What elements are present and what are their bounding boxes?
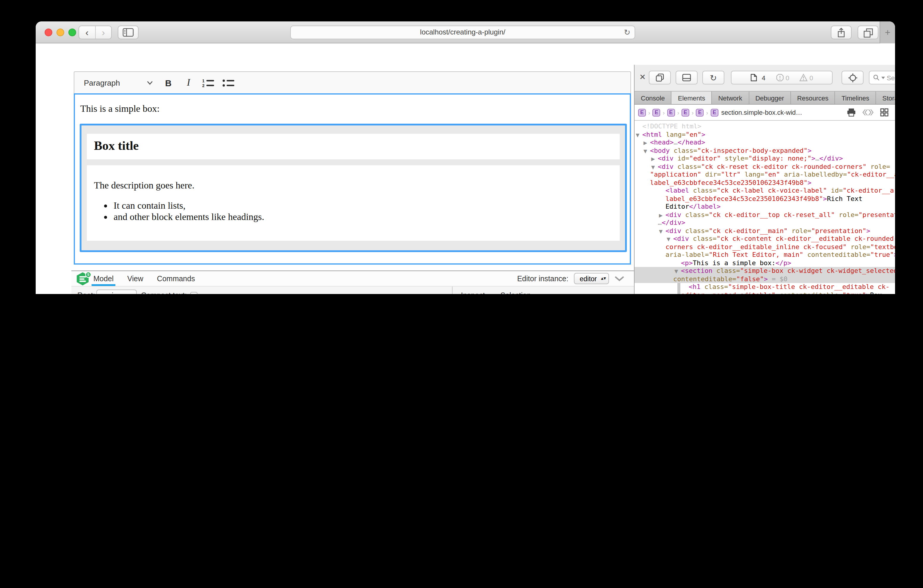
devtools-tab-debugger[interactable]: Debugger xyxy=(749,92,791,104)
issues-summary[interactable]: 4 0 xyxy=(731,71,833,84)
dom-tree-line[interactable]: aria-label="Rich Text Editor, main" cont… xyxy=(635,251,895,259)
chevron-down-icon[interactable] xyxy=(147,81,153,85)
dom-tree-line[interactable]: <h1 class="simple-box-title ck-editor__e… xyxy=(635,283,895,291)
dom-tree-line[interactable]: ▼<html lang="en"> xyxy=(635,130,895,138)
editor-instance-select[interactable]: editor ▲▼ xyxy=(574,273,609,284)
simple-box-widget[interactable]: Box title The description goes here. It … xyxy=(80,124,627,252)
dock-bottom-button[interactable] xyxy=(676,71,698,84)
intro-paragraph[interactable]: This is a simple box: xyxy=(80,103,630,114)
tab-inspect[interactable]: Inspect xyxy=(461,287,485,294)
code-token: Editor xyxy=(665,203,689,210)
devtools-tab-resources[interactable]: Resources xyxy=(791,92,835,104)
sidebar-button[interactable] xyxy=(118,26,139,39)
box-description[interactable]: The description goes here. It can contai… xyxy=(87,165,620,241)
dom-tree-line[interactable]: ▶<head>…</head> xyxy=(635,138,895,146)
list-item: and other block elements like headings. xyxy=(113,211,613,222)
collapse-inspector-icon[interactable] xyxy=(614,276,624,281)
code-token: corners ck-editor__editable_inline ck-fo… xyxy=(665,243,847,251)
code-token: "ck ck-editor__top ck-reset_all" xyxy=(709,211,835,218)
dom-tree-line[interactable]: ▶<div id="editor" style="display: none;"… xyxy=(635,154,895,163)
new-tab-button[interactable]: + xyxy=(880,21,895,43)
close-devtools-button[interactable]: ✕ xyxy=(639,72,646,81)
dom-tree-line[interactable]: ▼<body class="ck-inspector-body-expanded… xyxy=(635,146,895,154)
collapsed-arrow-icon[interactable]: ▶ xyxy=(659,211,662,219)
breadcrumb-element-badge[interactable]: E xyxy=(696,108,704,116)
print-styles-icon[interactable] xyxy=(847,108,856,117)
address-bar[interactable]: localhost/creating-a-plugin/ ↻ xyxy=(290,26,635,39)
source-code-icon[interactable] xyxy=(862,109,874,116)
breadcrumb-current[interactable]: section.simple-box.ck-wid… xyxy=(721,109,801,116)
url-text: localhost/creating-a-plugin/ xyxy=(291,26,635,39)
devtools-tab-network[interactable]: Network xyxy=(712,92,749,104)
numbered-list-button[interactable]: 1 2 xyxy=(200,72,217,94)
dom-tree-line[interactable]: ▶<div class="ck ck-editor__top ck-reset_… xyxy=(635,211,895,219)
breadcrumb-element-badge[interactable]: E xyxy=(682,108,689,116)
devtools-toolbar: ✕ ↻ xyxy=(635,65,895,92)
code-token: aria-labelledby= xyxy=(784,171,847,178)
element-picker-button[interactable] xyxy=(841,71,864,84)
reload-icon[interactable]: ↻ xyxy=(624,26,631,39)
paragraph-dropdown[interactable]: Paragraph xyxy=(84,72,120,94)
box-title[interactable]: Box title xyxy=(87,134,620,159)
expanded-arrow-icon[interactable]: ▼ xyxy=(636,131,639,139)
forward-button[interactable]: › xyxy=(95,26,111,39)
editable-area[interactable]: This is a simple box: Box title The desc… xyxy=(74,94,631,264)
back-button[interactable]: ‹ xyxy=(79,26,95,39)
devtools-tab-timelines[interactable]: Timelines xyxy=(835,92,876,104)
dom-tree-line[interactable]: ▼<div class="ck ck-content ck-editor__ed… xyxy=(635,235,895,243)
dom-tree-line[interactable]: contenteditable="false"> = $0 xyxy=(635,275,895,283)
expanded-arrow-icon[interactable]: ▼ xyxy=(644,147,647,155)
expanded-arrow-icon[interactable]: ▼ xyxy=(667,235,670,243)
breadcrumb-element-badge[interactable]: E xyxy=(667,108,675,116)
code-token: <div xyxy=(658,163,677,170)
collapsed-arrow-icon[interactable]: ▶ xyxy=(644,139,647,147)
code-token: "true" xyxy=(843,291,866,294)
breadcrumb-element-badge[interactable]: E xyxy=(638,108,646,116)
dom-tree-line[interactable]: "application" dir="ltr" lang="en" aria-l… xyxy=(635,171,895,179)
dom-tree-line[interactable]: ▼<div class="ck ck-editor__main" role="p… xyxy=(635,227,895,235)
devtools-tab-elements[interactable]: Elements xyxy=(672,92,712,104)
code-token: id= xyxy=(831,187,843,194)
dom-tree-line[interactable]: Editor</label> xyxy=(635,203,895,211)
dom-tree-line[interactable]: label_e63cbbfece34c53ce23501062343f49b8"… xyxy=(635,195,895,203)
bulleted-list-button[interactable] xyxy=(221,72,237,94)
show-tabs-button[interactable] xyxy=(857,26,879,39)
breadcrumb-element-badge[interactable]: E xyxy=(710,108,718,116)
code-token: > xyxy=(701,130,705,138)
code-token: <p> xyxy=(681,259,693,267)
dom-tree-line[interactable]: corners ck-editor__editable_inline ck-fo… xyxy=(635,243,895,251)
dom-tree-line[interactable]: <!DOCTYPE html> xyxy=(635,123,895,130)
layout-grid-icon[interactable] xyxy=(880,108,889,117)
root-select[interactable]: main ▲▼ xyxy=(96,289,137,294)
detach-devtools-button[interactable] xyxy=(649,71,671,84)
dom-tree-line[interactable]: label_e63cbbfece34c53ce23501062343f49b8"… xyxy=(635,179,895,187)
devtools-tab-console[interactable]: Console xyxy=(635,92,672,104)
zoom-window-button[interactable] xyxy=(68,28,76,36)
devtools-tab-storage[interactable]: Storage xyxy=(876,92,895,104)
tab-commands[interactable]: Commands xyxy=(157,271,195,286)
share-button[interactable] xyxy=(831,26,852,39)
expanded-arrow-icon[interactable]: ▼ xyxy=(674,268,678,276)
expanded-arrow-icon[interactable]: ▼ xyxy=(651,163,655,171)
tab-model[interactable]: Model xyxy=(94,271,113,286)
dom-tree-line[interactable]: …</div> xyxy=(635,219,895,227)
minimize-window-button[interactable] xyxy=(56,28,64,36)
dom-tree-line[interactable]: <label class="ck ck-label ck-voice-label… xyxy=(635,187,895,195)
dom-tree-line[interactable]: ▼<div class="ck ck-reset ck-editor ck-ro… xyxy=(635,163,895,171)
breadcrumb-element-badge[interactable]: E xyxy=(653,108,660,116)
dom-tree-line[interactable]: editor__nested-editable" contenteditable… xyxy=(635,291,895,294)
compact-text-checkbox[interactable] xyxy=(190,292,197,294)
italic-button[interactable]: I xyxy=(181,72,195,94)
dom-tree-line[interactable]: <p>This is a simple box:</p> xyxy=(635,259,895,267)
tab-view[interactable]: View xyxy=(127,271,143,286)
collapsed-arrow-icon[interactable]: ▶ xyxy=(651,155,655,163)
reload-page-button[interactable]: ↻ xyxy=(702,71,724,84)
dom-tree-line[interactable]: ▼<section class="simple-box ck-widget ck… xyxy=(635,267,895,275)
bold-button[interactable]: B xyxy=(161,72,176,94)
close-window-button[interactable] xyxy=(44,28,53,36)
devtools-search-field[interactable]: Search xyxy=(869,71,895,84)
code-token: <div xyxy=(665,227,685,235)
tab-selection[interactable]: Selection xyxy=(501,287,531,294)
expanded-arrow-icon[interactable]: ▼ xyxy=(659,227,662,235)
code-token: "Rich Text Editor, main" xyxy=(709,251,803,259)
